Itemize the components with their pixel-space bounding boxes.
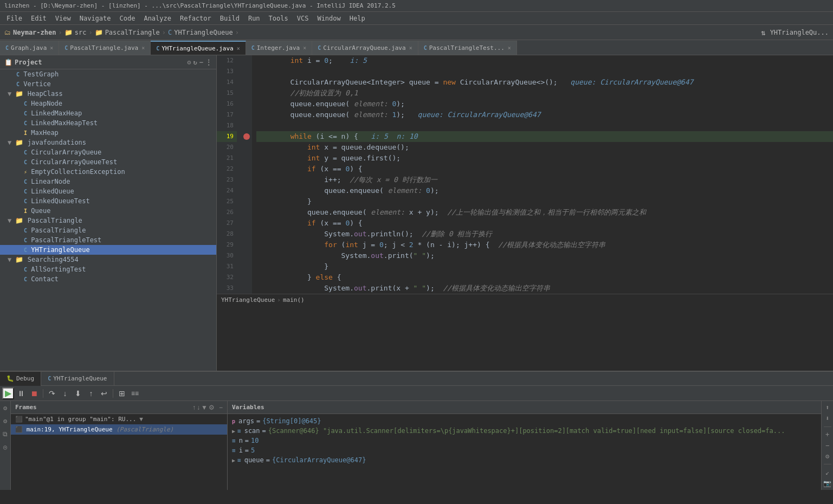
tree-circulararrayqueue[interactable]: C CircularArrayQueue <box>0 147 216 157</box>
tab-caq-close[interactable]: × <box>409 45 412 51</box>
run-to-cursor[interactable]: ↩ <box>98 387 110 399</box>
tree-linkedqueue[interactable]: C LinkedQueue <box>0 186 216 196</box>
menu-view[interactable]: View <box>51 14 75 23</box>
frame-collapse-btn[interactable]: − <box>219 404 223 411</box>
debug-tab-debug[interactable]: 🐛 Debug <box>0 372 41 386</box>
tree-circulararrayqueuetest[interactable]: C CircularArrayQueueTest <box>0 157 216 167</box>
debug-tab-yhqueue[interactable]: C YHTriangleQueue <box>41 372 114 386</box>
watch-side-btn[interactable]: ◎ <box>1 442 10 452</box>
menu-navigate[interactable]: Navigate <box>75 14 115 23</box>
tab-yhq-close[interactable]: × <box>237 46 240 51</box>
frame-settings-btn[interactable]: ⚙ <box>209 404 215 411</box>
tree-linkedmaxheap-label: LinkedMaxHeap <box>31 109 82 117</box>
sync-icon[interactable]: ↻ <box>193 59 197 66</box>
remove-watch-btn[interactable]: − <box>823 441 832 450</box>
step-into-button[interactable]: ↓ <box>59 387 71 399</box>
stop-button[interactable]: ⏹ <box>28 387 40 399</box>
var-scan-expand[interactable]: ▶ <box>232 428 235 434</box>
menu-run[interactable]: Run <box>244 14 264 23</box>
tree-pt-label: PascalTriangle <box>28 217 82 224</box>
tree-heapnode[interactable]: C HeapNode <box>0 99 216 108</box>
code-line-16: queue.enqueue( element: 0); <box>256 99 833 109</box>
menu-edit[interactable]: Edit <box>27 14 51 23</box>
nav-neymar[interactable]: Neymar-zhen <box>13 29 56 36</box>
thread-item[interactable]: ⬛ "main"@1 in group "main": RU... ▼ <box>11 414 227 424</box>
nav-yhqueue[interactable]: YHTriangleQueue <box>174 29 233 36</box>
memory-view-button[interactable]: ≡≡ <box>129 387 141 399</box>
tree-vertice[interactable]: C Vertice <box>0 79 216 89</box>
step-out-button[interactable]: ↑ <box>85 387 97 399</box>
tab-pascaltriangle[interactable]: C PascalTriangle.java × <box>59 41 151 55</box>
pause-button[interactable]: ⏸ <box>15 387 27 399</box>
var-queue-expand[interactable]: ▶ <box>232 457 235 463</box>
frame-filter-btn[interactable]: ▼ <box>201 404 208 411</box>
step-over-button[interactable]: ↷ <box>46 387 58 399</box>
tab-pt-close[interactable]: × <box>141 45 145 51</box>
menu-help[interactable]: Help <box>345 14 370 23</box>
tree-maxheap[interactable]: I MaxHeap <box>0 128 216 138</box>
menu-refactor[interactable]: Refactor <box>176 14 216 23</box>
frame-down-btn[interactable]: ↓ <box>197 404 200 411</box>
nav-src[interactable]: src <box>75 29 87 36</box>
tree-heapclass[interactable]: ▼ 📁 HeapClass <box>0 89 216 99</box>
evaluate-button[interactable]: ⊞ <box>116 387 128 399</box>
current-frame-item[interactable]: ⬛ main:19, YHTriangleQueue (PascalTriang… <box>11 424 227 435</box>
restore-layout-btn[interactable]: ⬆ <box>823 403 832 412</box>
code-editor[interactable]: 12 13 14 15 16 17 18 19 20 21 22 23 24 2… <box>217 55 833 371</box>
tree-yhtrianglequeue[interactable]: C YHTriangleQueue <box>0 245 216 255</box>
tab-graph-close[interactable]: × <box>50 45 53 51</box>
add-watch-btn[interactable]: + <box>823 430 832 439</box>
menu-build[interactable]: Build <box>216 14 244 23</box>
tree-queue[interactable]: I Queue <box>0 206 216 216</box>
menu-tools[interactable]: Tools <box>264 14 293 23</box>
tree-pascaltriangletest[interactable]: C PascalTriangleTest <box>0 235 216 245</box>
nav-icon-pascal: 📁 <box>95 29 103 36</box>
tree-linkedqueuetest[interactable]: C LinkedQueueTest <box>0 196 216 206</box>
tree-allsortingtest[interactable]: C AllSortingTest <box>0 264 216 274</box>
more-icon[interactable]: ⋮ <box>205 59 212 66</box>
side-toolbar: ⬆ ⬇ + − ⚙ ↙ 📷 <box>821 401 833 490</box>
menu-file[interactable]: File <box>2 14 27 23</box>
tree-maxheap-label: MaxHeap <box>31 129 59 137</box>
settings-icon[interactable]: ⚙ <box>187 59 191 66</box>
settings-side-btn[interactable]: ⚙ <box>1 403 10 413</box>
frame-up-btn[interactable]: ↑ <box>192 404 196 411</box>
tree-linkedmaxheaptest[interactable]: C LinkedMaxHeapTest <box>0 118 216 128</box>
tree-contact[interactable]: C Contact <box>0 274 216 284</box>
settings-watch-btn[interactable]: ⚙ <box>823 452 832 461</box>
tab-yhtrianglequeue[interactable]: C YHTriangleQueue.java × <box>151 41 246 55</box>
nav-pascal[interactable]: PascalTriangle <box>105 29 160 36</box>
frame-icon: ⬛ <box>15 426 23 433</box>
tree-linkedmaxheap[interactable]: C LinkedMaxHeap <box>0 108 216 118</box>
thread-side-btn[interactable]: ⧉ <box>1 429 10 439</box>
tab-ptt-close[interactable]: × <box>508 45 511 51</box>
tab-int-close[interactable]: × <box>303 45 306 51</box>
menu-window[interactable]: Window <box>313 14 345 23</box>
breadcrumb-yhq: YHTriangleQueue <box>221 296 275 303</box>
restore-btn[interactable]: ↙ <box>823 468 832 476</box>
filter-side-btn[interactable]: ⚙ <box>1 416 10 426</box>
tab-circulararrayqueue[interactable]: C CircularArrayQueue.java × <box>312 41 418 55</box>
tab-integer[interactable]: C Integer.java × <box>246 41 313 55</box>
tree-pascaltriangle-class[interactable]: C PascalTriangle <box>0 225 216 235</box>
tree-javafoundations[interactable]: ▼ 📁 javafoundations <box>0 138 216 147</box>
step-into-my-code[interactable]: ⬇ <box>72 387 84 399</box>
menu-analyze[interactable]: Analyze <box>139 14 176 23</box>
tab-pascaltriangletest[interactable]: C PascalTriangleTest... × <box>418 41 517 55</box>
resume-button[interactable]: ▶ <box>2 387 14 399</box>
collapse-icon[interactable]: − <box>199 59 203 66</box>
tree-testgraph[interactable]: C TestGraph <box>0 69 216 79</box>
tree-emptycollectionexception[interactable]: ⚡ EmptyCollectionException <box>0 167 216 177</box>
var-i: ≡ i = 5 <box>228 445 821 455</box>
thread-dropdown-icon[interactable]: ▼ <box>139 416 143 423</box>
tree-linearnode[interactable]: C LinearNode <box>0 177 216 186</box>
menu-code[interactable]: Code <box>115 14 140 23</box>
menu-vcs[interactable]: VCS <box>293 14 313 23</box>
tab-graph[interactable]: C Graph.java × <box>0 41 59 55</box>
tree-pascaltriangle-folder[interactable]: ▼ 📁 PascalTriangle <box>0 216 216 225</box>
move-down-btn[interactable]: ⬇ <box>823 414 832 423</box>
breakpoint-icon <box>243 133 250 140</box>
tree-linkedmaxheaptest-icon: C <box>24 120 27 126</box>
tree-searching4554[interactable]: ▼ 📁 Searching4554 <box>0 255 216 264</box>
screenshot-btn[interactable]: 📷 <box>823 479 832 488</box>
